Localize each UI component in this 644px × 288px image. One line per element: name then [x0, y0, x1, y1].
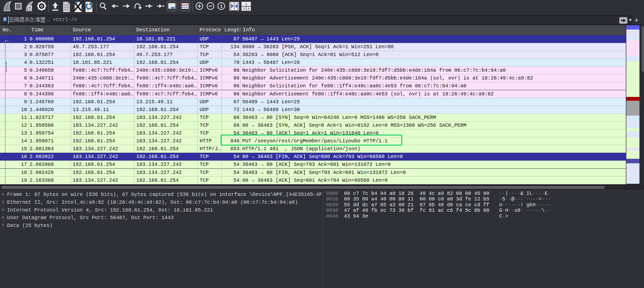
svg-text:0101: 0101: [64, 4, 69, 6]
svg-text:1: 1: [220, 4, 223, 9]
svg-text:2: 2: [243, 7, 245, 11]
svg-text:1: 1: [245, 2, 247, 6]
svg-text:3: 3: [248, 7, 250, 11]
svg-text:0110: 0110: [64, 6, 69, 8]
svg-text:0111: 0111: [64, 8, 69, 11]
